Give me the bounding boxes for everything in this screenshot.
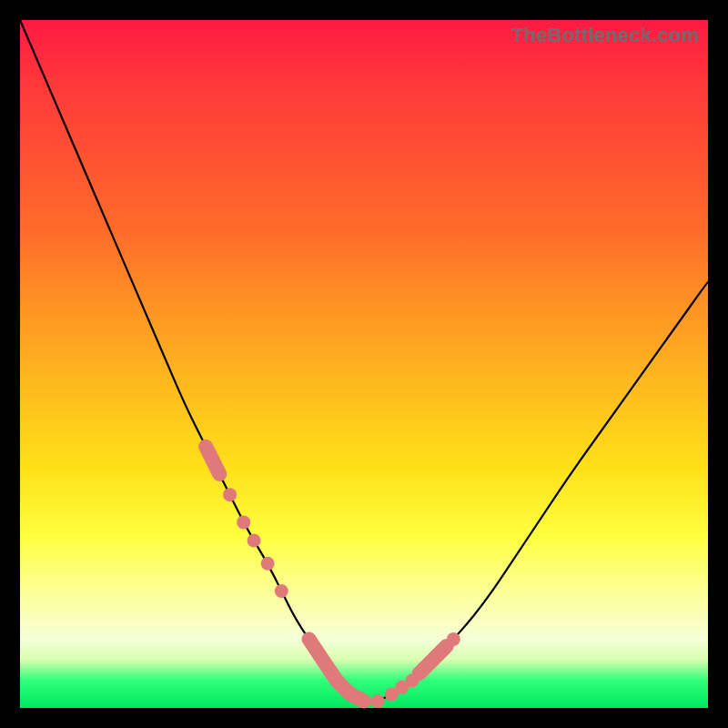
plot-area: TheBottleneck.com <box>20 20 708 708</box>
curve-dot <box>371 694 385 708</box>
curve-pill <box>419 646 446 673</box>
chart-frame: TheBottleneck.com <box>0 0 728 728</box>
curve-dot <box>248 534 261 548</box>
curve-dot <box>223 488 237 501</box>
curve-markers <box>206 447 460 708</box>
curve-dot <box>261 557 275 571</box>
curve-pill <box>309 639 364 701</box>
curve-dot <box>237 515 250 529</box>
curve-dot <box>405 673 419 687</box>
curve-dot <box>447 632 460 646</box>
curve-dot <box>275 584 288 598</box>
curve-dot <box>206 453 219 467</box>
bottleneck-curve <box>20 20 708 701</box>
chart-svg <box>20 20 708 708</box>
